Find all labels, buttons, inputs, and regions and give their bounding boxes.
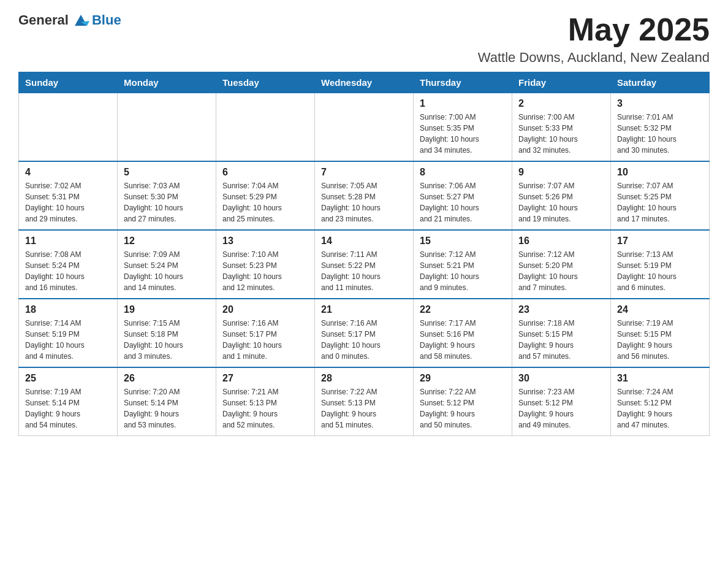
day-number: 10 (617, 167, 703, 178)
day-info: Sunrise: 7:19 AM Sunset: 5:15 PM Dayligh… (617, 318, 703, 362)
day-number: 24 (617, 304, 703, 315)
day-info: Sunrise: 7:17 AM Sunset: 5:16 PM Dayligh… (420, 318, 506, 362)
calendar-cell: 27Sunrise: 7:21 AM Sunset: 5:13 PM Dayli… (216, 367, 315, 436)
day-number: 15 (420, 236, 506, 247)
day-info: Sunrise: 7:00 AM Sunset: 5:33 PM Dayligh… (518, 112, 604, 156)
calendar-cell: 21Sunrise: 7:16 AM Sunset: 5:17 PM Dayli… (315, 299, 414, 367)
calendar-week-3: 11Sunrise: 7:08 AM Sunset: 5:24 PM Dayli… (19, 230, 710, 299)
calendar-cell: 5Sunrise: 7:03 AM Sunset: 5:30 PM Daylig… (118, 161, 216, 230)
calendar-cell: 30Sunrise: 7:23 AM Sunset: 5:12 PM Dayli… (512, 367, 611, 436)
day-number: 22 (420, 304, 506, 315)
day-info: Sunrise: 7:04 AM Sunset: 5:29 PM Dayligh… (222, 180, 308, 224)
day-info: Sunrise: 7:16 AM Sunset: 5:17 PM Dayligh… (321, 318, 407, 362)
day-info: Sunrise: 7:07 AM Sunset: 5:26 PM Dayligh… (518, 180, 604, 224)
weekday-header-wednesday: Wednesday (315, 72, 414, 93)
day-number: 18 (25, 304, 111, 315)
day-number: 29 (420, 373, 506, 384)
day-info: Sunrise: 7:22 AM Sunset: 5:13 PM Dayligh… (321, 386, 407, 431)
day-info: Sunrise: 7:11 AM Sunset: 5:22 PM Dayligh… (321, 249, 407, 293)
month-title: May 2025 (478, 12, 710, 47)
calendar-week-2: 4Sunrise: 7:02 AM Sunset: 5:31 PM Daylig… (19, 161, 710, 230)
title-block: May 2025 Wattle Downs, Auckland, New Zea… (478, 12, 710, 66)
calendar-cell: 1Sunrise: 7:00 AM Sunset: 5:35 PM Daylig… (414, 93, 512, 162)
day-info: Sunrise: 7:23 AM Sunset: 5:12 PM Dayligh… (518, 386, 604, 431)
calendar-cell: 23Sunrise: 7:18 AM Sunset: 5:15 PM Dayli… (512, 299, 611, 367)
calendar-cell: 2Sunrise: 7:00 AM Sunset: 5:33 PM Daylig… (512, 93, 611, 162)
calendar-week-5: 25Sunrise: 7:19 AM Sunset: 5:14 PM Dayli… (19, 367, 710, 436)
weekday-header-thursday: Thursday (414, 72, 512, 93)
calendar-cell: 28Sunrise: 7:22 AM Sunset: 5:13 PM Dayli… (315, 367, 414, 436)
day-number: 13 (222, 236, 308, 247)
calendar-cell: 8Sunrise: 7:06 AM Sunset: 5:27 PM Daylig… (414, 161, 512, 230)
weekday-header-tuesday: Tuesday (216, 72, 315, 93)
day-number: 2 (518, 98, 604, 109)
day-info: Sunrise: 7:15 AM Sunset: 5:18 PM Dayligh… (124, 318, 210, 362)
day-number: 17 (617, 236, 703, 247)
day-number: 20 (222, 304, 308, 315)
day-number: 7 (321, 167, 407, 178)
day-info: Sunrise: 7:02 AM Sunset: 5:31 PM Dayligh… (25, 180, 111, 224)
calendar-week-1: 1Sunrise: 7:00 AM Sunset: 5:35 PM Daylig… (19, 93, 710, 162)
day-info: Sunrise: 7:08 AM Sunset: 5:24 PM Dayligh… (25, 249, 111, 293)
calendar-cell (315, 93, 414, 162)
day-info: Sunrise: 7:06 AM Sunset: 5:27 PM Dayligh… (420, 180, 506, 224)
calendar-cell: 25Sunrise: 7:19 AM Sunset: 5:14 PM Dayli… (19, 367, 118, 436)
calendar-cell (19, 93, 118, 162)
calendar-cell: 4Sunrise: 7:02 AM Sunset: 5:31 PM Daylig… (19, 161, 118, 230)
page-header: General Blue May 2025 Wattle Downs, Auck… (18, 12, 710, 66)
day-info: Sunrise: 7:12 AM Sunset: 5:21 PM Dayligh… (420, 249, 506, 293)
calendar-table: SundayMondayTuesdayWednesdayThursdayFrid… (18, 72, 710, 436)
calendar-cell: 17Sunrise: 7:13 AM Sunset: 5:19 PM Dayli… (611, 230, 710, 299)
calendar-cell (216, 93, 315, 162)
day-info: Sunrise: 7:18 AM Sunset: 5:15 PM Dayligh… (518, 318, 604, 362)
day-info: Sunrise: 7:12 AM Sunset: 5:20 PM Dayligh… (518, 249, 604, 293)
day-info: Sunrise: 7:10 AM Sunset: 5:23 PM Dayligh… (222, 249, 308, 293)
day-info: Sunrise: 7:22 AM Sunset: 5:12 PM Dayligh… (420, 386, 506, 431)
weekday-header-friday: Friday (512, 72, 611, 93)
day-number: 8 (420, 167, 506, 178)
calendar-cell: 22Sunrise: 7:17 AM Sunset: 5:16 PM Dayli… (414, 299, 512, 367)
day-info: Sunrise: 7:21 AM Sunset: 5:13 PM Dayligh… (222, 386, 308, 431)
day-number: 1 (420, 98, 506, 109)
day-number: 11 (25, 236, 111, 247)
calendar-cell: 24Sunrise: 7:19 AM Sunset: 5:15 PM Dayli… (611, 299, 710, 367)
calendar-cell: 26Sunrise: 7:20 AM Sunset: 5:14 PM Dayli… (118, 367, 216, 436)
day-info: Sunrise: 7:16 AM Sunset: 5:17 PM Dayligh… (222, 318, 308, 362)
calendar-cell: 13Sunrise: 7:10 AM Sunset: 5:23 PM Dayli… (216, 230, 315, 299)
day-number: 12 (124, 236, 210, 247)
day-info: Sunrise: 7:01 AM Sunset: 5:32 PM Dayligh… (617, 112, 703, 156)
day-info: Sunrise: 7:13 AM Sunset: 5:19 PM Dayligh… (617, 249, 703, 293)
calendar-cell: 9Sunrise: 7:07 AM Sunset: 5:26 PM Daylig… (512, 161, 611, 230)
location-title: Wattle Downs, Auckland, New Zealand (478, 50, 710, 66)
logo-blue-text: Blue (92, 12, 121, 28)
day-number: 3 (617, 98, 703, 109)
weekday-header-monday: Monday (118, 72, 216, 93)
day-number: 21 (321, 304, 407, 315)
day-number: 23 (518, 304, 604, 315)
day-number: 28 (321, 373, 407, 384)
calendar-cell: 7Sunrise: 7:05 AM Sunset: 5:28 PM Daylig… (315, 161, 414, 230)
calendar-cell: 6Sunrise: 7:04 AM Sunset: 5:29 PM Daylig… (216, 161, 315, 230)
day-info: Sunrise: 7:03 AM Sunset: 5:30 PM Dayligh… (124, 180, 210, 224)
day-info: Sunrise: 7:09 AM Sunset: 5:24 PM Dayligh… (124, 249, 210, 293)
calendar-cell: 16Sunrise: 7:12 AM Sunset: 5:20 PM Dayli… (512, 230, 611, 299)
day-number: 16 (518, 236, 604, 247)
day-number: 27 (222, 373, 308, 384)
logo: General Blue (18, 12, 121, 28)
calendar-cell: 3Sunrise: 7:01 AM Sunset: 5:32 PM Daylig… (611, 93, 710, 162)
weekday-header-saturday: Saturday (611, 72, 710, 93)
day-number: 6 (222, 167, 308, 178)
calendar-header-row: SundayMondayTuesdayWednesdayThursdayFrid… (19, 72, 710, 93)
calendar-cell: 20Sunrise: 7:16 AM Sunset: 5:17 PM Dayli… (216, 299, 315, 367)
calendar-cell: 15Sunrise: 7:12 AM Sunset: 5:21 PM Dayli… (414, 230, 512, 299)
calendar-cell: 11Sunrise: 7:08 AM Sunset: 5:24 PM Dayli… (19, 230, 118, 299)
calendar-cell: 29Sunrise: 7:22 AM Sunset: 5:12 PM Dayli… (414, 367, 512, 436)
day-number: 19 (124, 304, 210, 315)
day-info: Sunrise: 7:20 AM Sunset: 5:14 PM Dayligh… (124, 386, 210, 431)
day-info: Sunrise: 7:05 AM Sunset: 5:28 PM Dayligh… (321, 180, 407, 224)
day-number: 30 (518, 373, 604, 384)
calendar-cell: 19Sunrise: 7:15 AM Sunset: 5:18 PM Dayli… (118, 299, 216, 367)
logo-general-text: General (18, 12, 69, 28)
calendar-cell: 12Sunrise: 7:09 AM Sunset: 5:24 PM Dayli… (118, 230, 216, 299)
day-info: Sunrise: 7:14 AM Sunset: 5:19 PM Dayligh… (25, 318, 111, 362)
